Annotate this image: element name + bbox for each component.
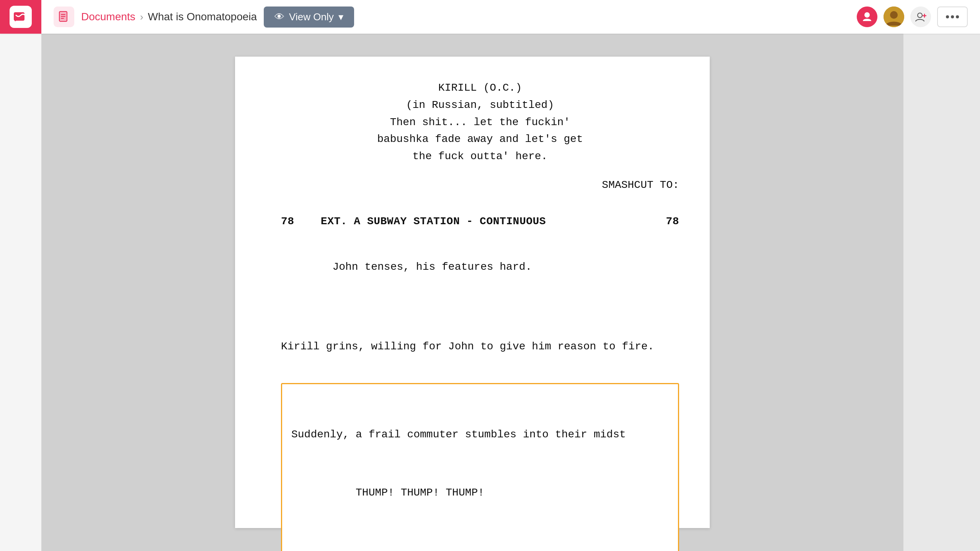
scene-heading-78: 78 EXT. A SUBWAY STATION - CONTINUOUS 78 [281, 213, 679, 230]
action-line-2: Kirill grins, willing for John to give h… [281, 304, 679, 372]
highlighted-line-3: -killing each with a single, silenced ro… [291, 526, 669, 551]
dialogue-line1: Then shit... let the fuckin' [281, 114, 679, 131]
view-only-button[interactable]: 👁 View Only ▾ [264, 7, 354, 28]
current-user-avatar[interactable] [857, 7, 877, 27]
breadcrumb-separator: › [140, 11, 144, 23]
dot-1 [946, 15, 949, 18]
collaborator-avatar[interactable] [884, 7, 904, 27]
highlighted-line-1: Suddenly, a frail commuter stumbles into… [291, 392, 669, 460]
topbar-left: Documents › What is Onomatopoeia 👁 View … [41, 7, 844, 28]
smashcut-line: SMASHCUT TO: [281, 177, 679, 194]
breadcrumb: Documents › What is Onomatopoeia [81, 11, 257, 23]
smashcut-text: SMASHCUT TO: [602, 179, 679, 191]
dot-2 [951, 15, 954, 18]
view-only-label: View Only [289, 11, 334, 23]
left-sidebar [0, 34, 41, 551]
highlighted-line-2: THUMP! THUMP! THUMP! [291, 467, 669, 518]
script-page: KIRILL (O.C.) (in Russian, subtitled) Th… [235, 57, 710, 528]
topbar-right [844, 7, 980, 27]
character-direction: (in Russian, subtitled) [281, 97, 679, 114]
scene-number-right: 78 [666, 213, 679, 230]
document-icon [54, 7, 74, 27]
more-options-button[interactable] [937, 7, 968, 27]
character-block: KIRILL (O.C.) (in Russian, subtitled) Th… [281, 80, 679, 165]
breadcrumb-documents-link[interactable]: Documents [81, 11, 136, 23]
character-name: KIRILL (O.C.) [281, 80, 679, 97]
chevron-down-icon: ▾ [338, 11, 343, 23]
topbar: Documents › What is Onomatopoeia 👁 View … [0, 0, 980, 34]
dialogue-line3: the fuck outta' here. [281, 148, 679, 165]
logo-block [0, 0, 41, 34]
breadcrumb-current-page: What is Onomatopoeia [148, 11, 257, 23]
main-content: KIRILL (O.C.) (in Russian, subtitled) Th… [0, 34, 980, 551]
svg-point-6 [918, 13, 922, 18]
dialogue-line2: babushka fade away and let's get [281, 131, 679, 148]
scene-number-left: 78 EXT. A SUBWAY STATION - CONTINUOUS [281, 213, 546, 230]
eye-icon: 👁 [274, 11, 284, 23]
svg-point-3 [864, 12, 870, 18]
action-line-1: John tenses, his features hard. [281, 242, 679, 293]
right-sidebar [903, 34, 980, 551]
svg-point-5 [890, 11, 898, 19]
app-logo [10, 6, 32, 28]
document-area: KIRILL (O.C.) (in Russian, subtitled) Th… [41, 34, 903, 551]
add-person-button[interactable] [910, 7, 931, 27]
highlighted-block: Suddenly, a frail commuter stumbles into… [281, 383, 679, 551]
dot-3 [956, 15, 959, 18]
